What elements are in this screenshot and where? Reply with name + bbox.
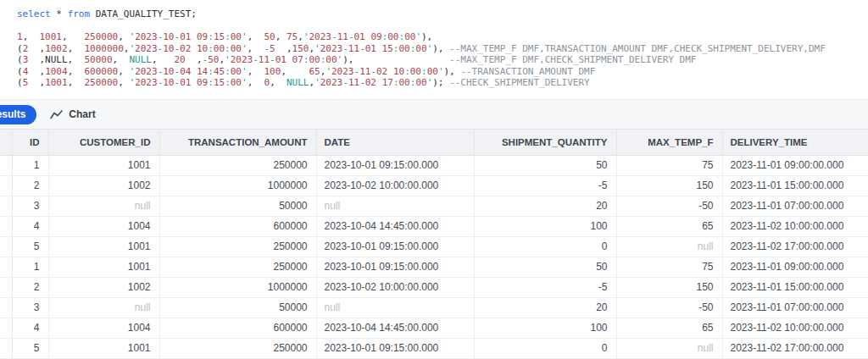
table-cell[interactable]: 1001: [48, 338, 159, 358]
table-cell[interactable]: 1: [12, 257, 48, 277]
sql-line[interactable]: [17, 20, 868, 32]
row-select-gutter[interactable]: [0, 236, 12, 257]
table-row[interactable]: 2100210000002023-10-02 10:00:00.000-5150…: [0, 175, 868, 196]
sql-line[interactable]: 1, 1001, 250000, '2023-10-01 09:15:00', …: [17, 31, 868, 43]
table-cell[interactable]: 2023-11-01 09:00:00.000: [722, 257, 868, 277]
table-cell[interactable]: 4: [12, 216, 48, 236]
sql-line[interactable]: (5 ,1001, 250000, '2023-10-01 09:15:00',…: [17, 77, 868, 89]
table-row[interactable]: 410046000002023-10-04 14:45:00.000100652…: [0, 318, 868, 338]
tab-chart[interactable]: Chart: [50, 105, 95, 124]
table-cell[interactable]: 2023-11-01 07:00:00.000: [722, 297, 868, 318]
table-cell[interactable]: 1002: [48, 175, 159, 196]
table-cell[interactable]: 0: [474, 338, 616, 358]
table-row[interactable]: 110012500002023-10-01 09:15:00.000507520…: [0, 155, 868, 175]
table-cell[interactable]: 3: [12, 297, 48, 318]
table-cell[interactable]: 2023-10-02 10:00:00.000: [316, 277, 474, 297]
table-cell[interactable]: 5: [12, 236, 48, 257]
table-cell[interactable]: 3: [12, 196, 48, 216]
table-row[interactable]: 510012500002023-10-01 09:15:00.0000null2…: [0, 236, 868, 257]
sql-line[interactable]: (3 ,NULL, 50000, NULL, 20 ,-50,'2023-11-…: [17, 54, 868, 66]
column-header[interactable]: ID: [12, 130, 48, 155]
sql-line[interactable]: (4 ,1004, 600000, '2023-10-04 14:45:00',…: [17, 66, 868, 78]
table-row[interactable]: 2100210000002023-10-02 10:00:00.000-5150…: [0, 277, 868, 297]
table-cell[interactable]: 20: [474, 196, 616, 216]
row-select-gutter[interactable]: [0, 196, 12, 216]
table-row[interactable]: 510012500002023-10-01 09:15:00.0000null2…: [0, 338, 868, 358]
table-cell[interactable]: 0: [474, 236, 616, 257]
table-row[interactable]: 3null50000null20-502023-11-01 07:00:00.0…: [0, 297, 868, 318]
column-header[interactable]: SHIPMENT_QUANTITY: [474, 130, 616, 155]
table-cell[interactable]: 50000: [159, 196, 316, 216]
table-cell[interactable]: 20: [474, 297, 616, 318]
sql-line[interactable]: select * from DATA_QUALITY_TEST;: [17, 8, 868, 20]
column-header[interactable]: TRANSACTION_AMOUNT: [159, 130, 316, 155]
table-cell[interactable]: null: [616, 338, 722, 358]
table-cell[interactable]: 50: [474, 155, 616, 175]
table-cell[interactable]: 75: [616, 257, 722, 277]
table-cell[interactable]: 2023-10-04 14:45:00.000: [316, 318, 474, 338]
table-cell[interactable]: 1004: [48, 216, 159, 236]
table-cell[interactable]: null: [48, 297, 159, 318]
row-select-gutter[interactable]: [0, 338, 12, 358]
table-cell[interactable]: 1000000: [159, 175, 316, 196]
table-cell[interactable]: 2023-11-01 07:00:00.000: [722, 196, 868, 216]
table-cell[interactable]: 2023-10-01 09:15:00.000: [316, 236, 474, 257]
table-cell[interactable]: 150: [616, 175, 722, 196]
row-select-gutter[interactable]: [0, 216, 12, 236]
table-cell[interactable]: 2023-11-02 17:00:00.000: [722, 236, 868, 257]
table-cell[interactable]: 65: [616, 318, 722, 338]
column-header[interactable]: CUSTOMER_ID: [48, 130, 159, 155]
table-row[interactable]: 110012500002023-10-01 09:15:00.000507520…: [0, 257, 868, 277]
table-cell[interactable]: 1000000: [159, 277, 316, 297]
row-select-gutter[interactable]: [0, 297, 12, 318]
table-cell[interactable]: 5: [12, 338, 48, 358]
table-cell[interactable]: 65: [616, 216, 722, 236]
table-cell[interactable]: null: [48, 196, 159, 216]
table-cell[interactable]: 4: [12, 318, 48, 338]
table-cell[interactable]: null: [316, 297, 474, 318]
table-cell[interactable]: 150: [616, 277, 722, 297]
table-cell[interactable]: 1: [12, 155, 48, 175]
table-cell[interactable]: null: [616, 236, 722, 257]
table-cell[interactable]: 2023-11-02 17:00:00.000: [722, 338, 868, 358]
tab-results[interactable]: Results: [0, 105, 36, 124]
row-select-gutter[interactable]: [0, 155, 12, 175]
table-cell[interactable]: 250000: [159, 155, 316, 175]
table-cell[interactable]: 50: [474, 257, 616, 277]
table-cell[interactable]: 1001: [48, 155, 159, 175]
table-cell[interactable]: 250000: [159, 338, 316, 358]
table-cell[interactable]: -50: [616, 196, 722, 216]
table-cell[interactable]: 2023-10-01 09:15:00.000: [316, 257, 474, 277]
table-cell[interactable]: 1002: [48, 277, 159, 297]
table-cell[interactable]: 1004: [48, 318, 159, 338]
table-cell[interactable]: 600000: [159, 318, 316, 338]
row-select-gutter[interactable]: [0, 175, 12, 196]
table-cell[interactable]: 2023-11-01 15:00:00.000: [722, 277, 868, 297]
table-row[interactable]: 3null50000null20-502023-11-01 07:00:00.0…: [0, 196, 868, 216]
row-select-gutter[interactable]: [0, 318, 12, 338]
column-header[interactable]: DELIVERY_TIME: [722, 130, 868, 155]
table-cell[interactable]: 2023-11-01 15:00:00.000: [722, 175, 868, 196]
table-cell[interactable]: -5: [474, 175, 616, 196]
table-row[interactable]: 410046000002023-10-04 14:45:00.000100652…: [0, 216, 868, 236]
table-cell[interactable]: 2: [12, 175, 48, 196]
sql-editor[interactable]: select * from DATA_QUALITY_TEST; 1, 1001…: [0, 0, 868, 99]
table-cell[interactable]: 250000: [159, 257, 316, 277]
table-cell[interactable]: 100: [474, 318, 616, 338]
table-cell[interactable]: 75: [616, 155, 722, 175]
table-cell[interactable]: 2023-10-01 09:15:00.000: [316, 155, 474, 175]
table-cell[interactable]: 2: [12, 277, 48, 297]
table-cell[interactable]: 2023-10-02 10:00:00.000: [316, 175, 474, 196]
column-header[interactable]: DATE: [316, 130, 474, 155]
column-header[interactable]: MAX_TEMP_F: [616, 130, 722, 155]
sql-line[interactable]: (2 ,1002, 1000000,'2023-10-02 10:00:00',…: [17, 43, 868, 55]
table-cell[interactable]: -50: [616, 297, 722, 318]
table-cell[interactable]: -5: [474, 277, 616, 297]
row-select-gutter[interactable]: [0, 277, 12, 297]
table-cell[interactable]: 100: [474, 216, 616, 236]
table-cell[interactable]: 2023-10-04 14:45:00.000: [316, 216, 474, 236]
table-cell[interactable]: 2023-11-01 09:00:00.000: [722, 155, 868, 175]
row-select-gutter[interactable]: [0, 257, 12, 277]
table-cell[interactable]: 2023-10-01 09:15:00.000: [316, 338, 474, 358]
table-cell[interactable]: 50000: [159, 297, 316, 318]
